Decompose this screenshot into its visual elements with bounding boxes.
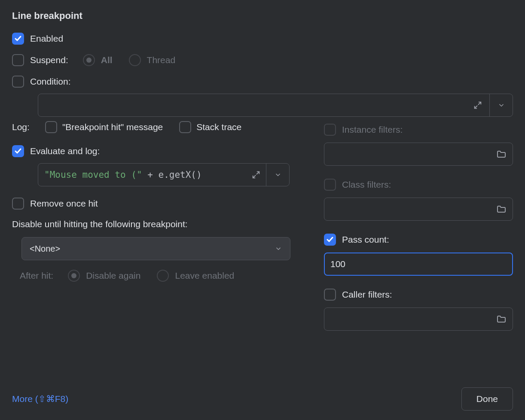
suspend-thread-label: Thread xyxy=(147,55,176,65)
remove-once-hit-checkbox[interactable] xyxy=(12,198,24,210)
caller-filters-input[interactable] xyxy=(324,307,513,331)
history-dropdown-icon[interactable] xyxy=(266,164,289,186)
log-stack-label: Stack trace xyxy=(196,122,241,132)
suspend-all-radio[interactable] xyxy=(83,54,95,66)
eval-log-label: Evaluate and log: xyxy=(30,146,100,156)
expand-icon[interactable] xyxy=(246,164,266,186)
condition-input[interactable] xyxy=(38,94,513,117)
after-hit-leave-radio[interactable] xyxy=(157,270,169,282)
log-label: Log: xyxy=(12,122,30,132)
after-hit-disable-label: Disable again xyxy=(86,271,140,281)
instance-filters-label: Instance filters: xyxy=(342,125,403,135)
suspend-all-label: All xyxy=(101,55,113,65)
instance-filters-input[interactable] xyxy=(324,143,513,166)
pass-count-checkbox[interactable] xyxy=(324,234,336,246)
after-hit-disable-radio[interactable] xyxy=(68,270,80,282)
disable-until-select[interactable]: <None> xyxy=(21,237,290,260)
eval-code-rest: + e.getX() xyxy=(142,170,202,180)
log-stack-checkbox[interactable] xyxy=(179,121,191,133)
disable-until-label: Disable until hitting the following brea… xyxy=(12,219,298,229)
after-hit-leave-label: Leave enabled xyxy=(175,271,234,281)
log-bp-hit-checkbox[interactable] xyxy=(45,121,57,133)
disable-until-value: <None> xyxy=(30,244,60,254)
dialog-title: Line breakpoint xyxy=(12,10,513,21)
caller-filters-checkbox[interactable] xyxy=(324,289,336,301)
eval-code-string: "Mouse moved to (" xyxy=(44,170,142,180)
pass-count-value: 100 xyxy=(330,259,345,269)
history-dropdown-icon[interactable] xyxy=(489,94,513,116)
class-filters-input[interactable] xyxy=(324,198,513,221)
instance-filters-checkbox[interactable] xyxy=(324,124,336,136)
caller-filters-label: Caller filters: xyxy=(342,289,392,300)
enabled-checkbox[interactable] xyxy=(12,33,24,45)
suspend-thread-radio[interactable] xyxy=(129,54,141,66)
condition-checkbox[interactable] xyxy=(12,76,24,88)
expand-icon[interactable] xyxy=(466,94,489,116)
pass-count-input[interactable]: 100 xyxy=(324,253,513,276)
eval-log-input[interactable]: "Mouse moved to (" + e.getX() xyxy=(38,163,290,186)
done-button[interactable]: Done xyxy=(461,387,513,411)
folder-icon[interactable] xyxy=(496,149,507,159)
folder-icon[interactable] xyxy=(496,314,507,324)
eval-log-checkbox[interactable] xyxy=(12,145,24,157)
class-filters-label: Class filters: xyxy=(342,180,391,190)
more-link[interactable]: More (⇧⌘F8) xyxy=(12,394,68,404)
suspend-checkbox[interactable] xyxy=(12,54,24,66)
enabled-label: Enabled xyxy=(30,33,63,44)
after-hit-label: After hit: xyxy=(20,271,53,281)
suspend-label: Suspend: xyxy=(30,55,68,65)
folder-icon[interactable] xyxy=(496,204,507,214)
class-filters-checkbox[interactable] xyxy=(324,179,336,191)
remove-once-hit-label: Remove once hit xyxy=(30,198,98,209)
chevron-down-icon xyxy=(275,245,282,253)
log-bp-hit-label: "Breakpoint hit" message xyxy=(62,122,163,132)
condition-label: Condition: xyxy=(30,76,71,87)
pass-count-label: Pass count: xyxy=(342,234,389,245)
